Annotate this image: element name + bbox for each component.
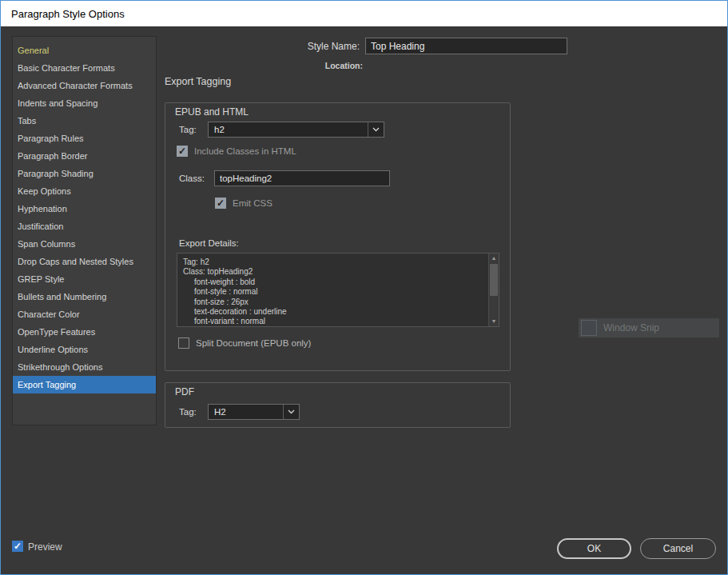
style-name-input[interactable]	[365, 38, 567, 54]
sidebar-item-grep-style[interactable]: GREP Style	[13, 270, 156, 288]
pdf-group-title: PDF	[175, 386, 194, 397]
scroll-down-icon[interactable]: ▼	[489, 317, 499, 326]
pdf-tag-dropdown[interactable]: H2	[208, 404, 300, 420]
epub-tag-label: Tag:	[179, 125, 197, 134]
style-name-label: Style Name:	[280, 41, 360, 52]
scrollbar-thumb[interactable]	[490, 264, 498, 296]
export-detail-line: Class: topHeading2	[183, 267, 485, 277]
sidebar-item-export-tagging[interactable]: Export Tagging	[13, 376, 156, 393]
window-snip-icon	[581, 320, 597, 336]
sidebar-item-paragraph-rules[interactable]: Paragraph Rules	[13, 130, 156, 147]
export-details-box: Tag: h2 Class: topHeading2 font-weight :…	[177, 253, 499, 327]
epub-group-title: EPUB and HTML	[175, 106, 249, 118]
epub-class-input[interactable]	[214, 170, 390, 186]
epub-and-html-group: EPUB and HTML Tag: h2 Include Classes in…	[165, 102, 511, 371]
split-document-checkbox[interactable]	[178, 337, 189, 349]
export-detail-line: font-size : 26px	[183, 297, 485, 307]
include-classes-label: Include Classes in HTML	[194, 146, 296, 156]
pdf-tag-value: H2	[209, 407, 283, 417]
epub-tag-value: h2	[209, 125, 368, 134]
sidebar-item-justification[interactable]: Justification	[13, 218, 156, 235]
epub-tag-dropdown[interactable]: h2	[208, 122, 384, 138]
titlebar[interactable]: Paragraph Style Options	[1, 1, 727, 26]
pdf-tag-label: Tag:	[179, 407, 197, 417]
sidebar-item-bullets-and-numbering[interactable]: Bullets and Numbering	[13, 288, 156, 305]
export-detail-line: font-variant : normal	[183, 317, 485, 324]
sidebar-item-strikethrough-options[interactable]: Strikethrough Options	[13, 358, 156, 376]
sidebar-item-paragraph-border[interactable]: Paragraph Border	[13, 147, 156, 165]
sidebar-item-hyphenation[interactable]: Hyphenation	[13, 200, 156, 218]
sidebar-item-keep-options[interactable]: Keep Options	[13, 182, 156, 200]
scroll-up-icon[interactable]: ▲	[489, 254, 499, 263]
preview-label: Preview	[28, 541, 62, 553]
sidebar-item-underline-options[interactable]: Underline Options	[13, 341, 156, 358]
include-classes-checkbox[interactable]	[177, 146, 188, 157]
export-detail-line: font-style : normal	[183, 287, 485, 297]
export-detail-line: Tag: h2	[183, 258, 485, 267]
sidebar-item-basic-character-formats[interactable]: Basic Character Formats	[13, 59, 156, 77]
emit-css-label: Emit CSS	[233, 198, 273, 208]
export-detail-line: font-weight : bold	[183, 278, 485, 287]
export-detail-line: text-decoration : underline	[183, 307, 485, 317]
pdf-group: PDF Tag: H2	[165, 382, 511, 428]
paragraph-style-options-dialog: Paragraph Style Options General Basic Ch…	[0, 0, 728, 575]
style-options-sidebar: General Basic Character Formats Advanced…	[12, 36, 157, 425]
page-title: Export Tagging	[165, 76, 231, 87]
sidebar-item-indents-and-spacing[interactable]: Indents and Spacing	[13, 94, 156, 112]
export-details-label: Export Details:	[179, 238, 239, 248]
sidebar-item-tabs[interactable]: Tabs	[13, 112, 156, 130]
preview-checkbox[interactable]	[12, 541, 23, 552]
location-label: Location:	[280, 61, 363, 70]
chevron-down-icon	[283, 405, 299, 419]
emit-css-checkbox[interactable]	[215, 198, 226, 209]
sidebar-item-paragraph-shading[interactable]: Paragraph Shading	[13, 165, 156, 182]
sidebar-item-opentype-features[interactable]: OpenType Features	[13, 323, 156, 341]
window-snip-ghost: Window Snip	[579, 318, 719, 337]
ok-button[interactable]: OK	[557, 538, 631, 559]
details-scrollbar[interactable]: ▲ ▼	[488, 254, 499, 326]
cancel-button[interactable]: Cancel	[640, 538, 716, 559]
chevron-down-icon	[368, 122, 384, 137]
sidebar-item-advanced-character-formats[interactable]: Advanced Character Formats	[13, 77, 156, 94]
split-document-label: Split Document (EPUB only)	[196, 338, 311, 348]
sidebar-item-span-columns[interactable]: Span Columns	[13, 235, 156, 253]
sidebar-item-drop-caps-and-nested-styles[interactable]: Drop Caps and Nested Styles	[13, 253, 156, 270]
epub-class-label: Class:	[179, 174, 205, 183]
window-snip-label: Window Snip	[603, 322, 659, 333]
sidebar-item-general[interactable]: General	[13, 42, 156, 59]
export-details-text: Tag: h2 Class: topHeading2 font-weight :…	[183, 258, 485, 324]
sidebar-item-character-color[interactable]: Character Color	[13, 305, 156, 323]
window-title: Paragraph Style Options	[11, 8, 125, 20]
